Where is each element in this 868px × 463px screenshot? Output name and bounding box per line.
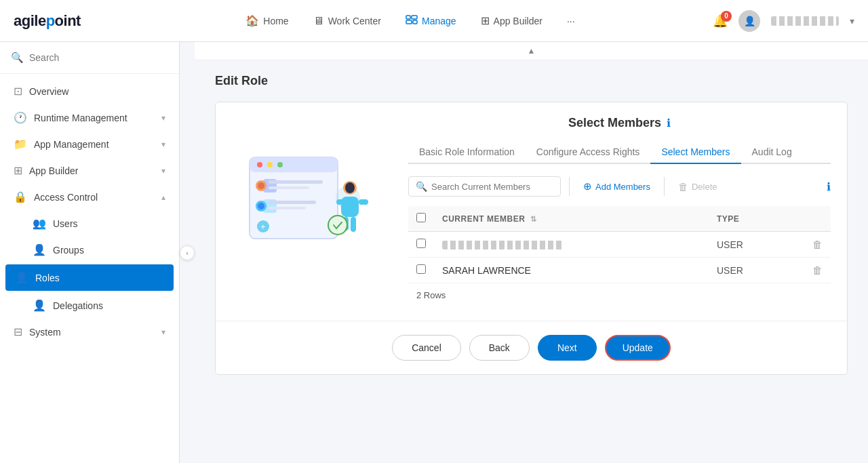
nav-appbuilder[interactable]: ⊞ App Builder — [471, 9, 552, 33]
svg-rect-3 — [413, 20, 417, 24]
row2-type-cell: USER — [709, 258, 804, 283]
user-chevron-icon[interactable]: ▾ — [850, 16, 854, 26]
svg-point-7 — [267, 162, 273, 167]
row1-checkbox[interactable] — [416, 239, 426, 248]
select-all-checkbox[interactable] — [416, 213, 426, 222]
table-row: SARAH LAWRENCE USER 🗑 — [408, 258, 831, 283]
svg-point-8 — [277, 162, 283, 167]
chevron-down-icon: ▾ — [161, 113, 165, 123]
content-area: ▲ Edit Role — [195, 42, 868, 463]
nav-manage[interactable]: Manage — [396, 9, 466, 33]
table-header: CURRENT MEMBER ⇅ TYPE — [408, 206, 831, 232]
tabs: Basic Role Information Configure Access … — [408, 141, 831, 164]
sidebar-item-accesscontrol[interactable]: 🔒 Access Control ▴ — [0, 184, 179, 210]
sidebar-item-users[interactable]: 👥 Users — [0, 210, 179, 237]
row1-delete-icon[interactable]: 🗑 — [812, 239, 823, 250]
appbuilder-nav-icon: ⊞ — [14, 164, 22, 177]
tab-basic-role-information[interactable]: Basic Role Information — [408, 141, 526, 164]
nav-manage-label: Manage — [422, 16, 456, 26]
appbuilder-icon: ⊞ — [481, 14, 490, 27]
top-navigation: agilepoint 🏠 Home 🖥 Work Center Manage ⊞ — [0, 0, 868, 42]
row1-name-cell — [434, 232, 709, 258]
table-row: USER 🗑 — [408, 232, 831, 258]
sidebar-item-runtime[interactable]: 🕐 Runtime Management ▾ — [0, 104, 179, 131]
svg-point-6 — [257, 162, 262, 167]
search-input[interactable] — [29, 52, 168, 63]
sidebar-item-delegations-label: Delegations — [53, 300, 103, 311]
nav-appbuilder-label: App Builder — [494, 16, 542, 26]
info-icon-toolbar[interactable]: ℹ — [827, 181, 831, 193]
sidebar-item-overview[interactable]: ⊡ Overview — [0, 78, 179, 104]
page-header: Edit Role — [215, 74, 848, 88]
tab-select-members[interactable]: Select Members — [650, 141, 741, 164]
card-main: Select Members ℹ Basic Role Information … — [392, 102, 847, 321]
back-button[interactable]: Back — [469, 335, 530, 361]
main-layout: 🔍 ⊡ Overview 🕐 Runtime Management ▾ 📁 Ap… — [0, 42, 868, 463]
nav-more[interactable]: ··· — [557, 10, 585, 32]
nav-workcenter[interactable]: 🖥 Work Center — [304, 9, 391, 33]
sort-icon[interactable]: ⇅ — [530, 215, 537, 223]
members-table: CURRENT MEMBER ⇅ TYPE — [408, 206, 831, 283]
row2-action-cell: 🗑 — [804, 258, 831, 283]
page-content: Edit Role — [195, 60, 868, 463]
sidebar-nav: ⊡ Overview 🕐 Runtime Management ▾ 📁 App … — [0, 74, 179, 349]
tab-configure-access-rights[interactable]: Configure Access Rights — [526, 141, 651, 164]
sidebar-item-groups[interactable]: 👤 Groups — [0, 237, 179, 263]
row2-name-cell: SARAH LAWRENCE — [434, 258, 709, 283]
cancel-button[interactable]: Cancel — [392, 335, 461, 361]
info-icon[interactable]: ℹ — [667, 117, 671, 129]
row2-delete-icon[interactable]: 🗑 — [812, 264, 823, 276]
card-body: + — [216, 102, 847, 321]
username-label — [771, 16, 839, 26]
row2-checkbox[interactable] — [416, 264, 426, 274]
row1-blurred-name — [442, 241, 564, 249]
svg-point-29 — [328, 216, 347, 235]
system-icon: ⊟ — [14, 325, 22, 338]
sidebar-item-accesscontrol-label: Access Control — [34, 192, 98, 203]
svg-rect-27 — [336, 199, 346, 205]
toolbar-divider-2 — [664, 177, 665, 196]
svg-point-11 — [258, 182, 264, 189]
svg-point-16 — [258, 203, 264, 209]
home-icon: 🏠 — [245, 14, 259, 27]
table-body: USER 🗑 SARAH LAWRENCE — [408, 232, 831, 283]
sidebar-item-system[interactable]: ⊟ System ▾ — [0, 319, 179, 345]
notification-button[interactable]: 🔔 0 — [713, 14, 728, 28]
nav-home[interactable]: 🏠 Home — [236, 9, 298, 33]
notification-badge: 0 — [721, 11, 732, 22]
col-header-check — [408, 206, 434, 232]
topnav-right: 🔔 0 👤 ▾ — [713, 10, 854, 32]
svg-point-23 — [345, 182, 355, 193]
sidebar-item-appmanagement-label: App Management — [34, 139, 109, 150]
svg-rect-17 — [269, 201, 316, 204]
sidebar-item-appmanagement[interactable]: 📁 App Management ▾ — [0, 131, 179, 157]
chevron-up-icon: ▴ — [161, 193, 165, 202]
sidebar-item-runtime-label: Runtime Management — [34, 113, 127, 123]
sidebar-item-delegations[interactable]: 👤 Delegations — [0, 292, 179, 319]
nav-home-label: Home — [263, 16, 288, 26]
tab-audit-log[interactable]: Audit Log — [741, 141, 803, 164]
manage-icon — [406, 15, 418, 27]
svg-rect-26 — [351, 217, 356, 232]
update-button[interactable]: Update — [605, 335, 671, 361]
toolbar-right: ℹ — [827, 180, 831, 193]
svg-rect-1 — [412, 16, 417, 19]
sidebar-search-container[interactable]: 🔍 — [0, 42, 179, 74]
col-header-member: CURRENT MEMBER ⇅ — [434, 206, 709, 232]
delete-button[interactable]: 🗑 Delete — [673, 178, 723, 195]
sidebar-collapse-button[interactable]: ‹ — [180, 245, 195, 260]
sidebar-item-appbuilder[interactable]: ⊞ App Builder ▾ — [0, 157, 179, 184]
add-members-button[interactable]: ⊕ Add Members — [578, 178, 656, 195]
sidebar-item-roles[interactable]: 👤 Roles — [5, 264, 174, 291]
svg-rect-13 — [269, 186, 309, 189]
appmanagement-icon: 📁 — [14, 138, 27, 150]
section-title-row: Select Members ℹ — [408, 116, 831, 130]
card-footer: Cancel Back Next Update — [216, 321, 847, 374]
logo[interactable]: agilepoint — [14, 12, 81, 30]
sidebar-item-appbuilder-label: App Builder — [29, 165, 78, 176]
next-button[interactable]: Next — [538, 335, 597, 361]
search-current-members-input[interactable] — [431, 182, 553, 192]
top-collapse-button[interactable]: ▲ — [195, 42, 868, 60]
delete-label: Delete — [692, 182, 717, 192]
overview-icon: ⊡ — [14, 85, 22, 98]
